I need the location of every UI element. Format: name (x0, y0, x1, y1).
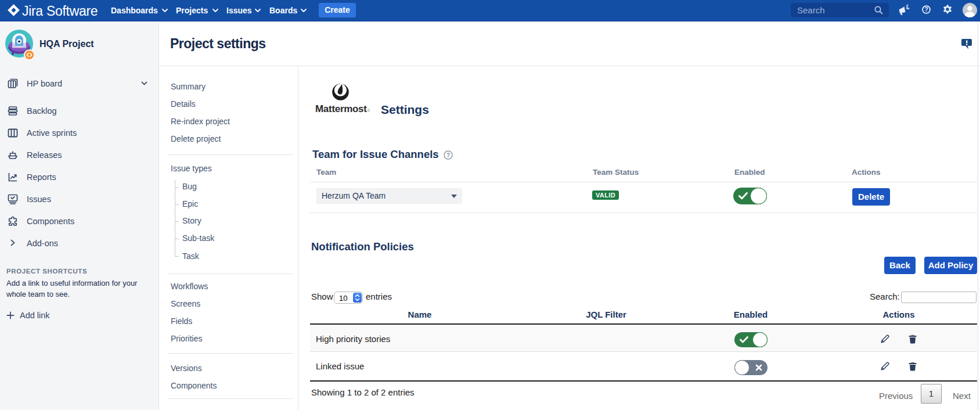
svg-text:?: ? (446, 152, 450, 159)
svg-text:?: ? (924, 6, 928, 13)
